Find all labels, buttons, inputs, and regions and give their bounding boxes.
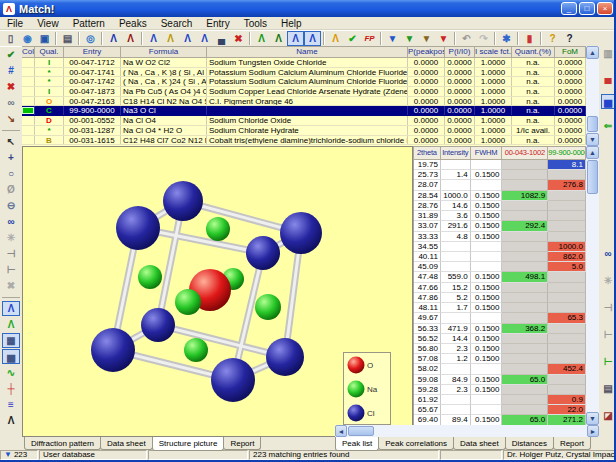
peak-row[interactable]: 33.07291.60.1500292.4 [414,221,586,231]
peak-cell[interactable]: 1.7 [441,303,471,313]
column-header-p-peakpos-[interactable]: P(peakpos.) [408,47,445,58]
menu-search[interactable]: Search [154,17,200,30]
smooth-icon[interactable]: ∿ [2,365,20,380]
peak-outline-icon[interactable]: Λ [179,31,196,46]
import-peaks-icon[interactable]: ↘ [2,111,20,126]
edit-peaks-icon[interactable]: # [2,63,20,78]
auto-peaks-icon[interactable]: Λ [270,31,287,46]
axes-icon[interactable]: ┼ [2,381,20,396]
peak-row[interactable]: 45.095.0 [414,262,586,272]
peak-row[interactable]: 34.551000.0 [414,242,586,252]
range-end-icon[interactable]: ⊢ [2,262,20,277]
peak-cell[interactable]: 1000.0 [548,242,586,252]
peak-cell[interactable] [548,303,586,313]
peak-row[interactable]: 61.920.9 [414,395,586,405]
peak-cell[interactable] [471,313,503,323]
peak-row[interactable]: 47.865.20.1500 [414,293,586,303]
peak-cell[interactable]: 5.0 [548,262,586,272]
accept-icon[interactable]: ✔ [344,31,361,46]
peak-cell[interactable]: 65.3 [548,313,586,323]
peak-cell[interactable]: 84.9 [441,375,471,385]
peaks-fit-icon[interactable]: Λ [2,317,20,332]
scroll-right-icon[interactable]: ► [587,425,599,437]
histogram-small-icon[interactable]: ▅ [2,349,20,364]
menu-tools[interactable]: Tools [237,17,274,30]
peak-list-scrollbar[interactable]: ▲ ▼ [586,146,599,425]
peak-row[interactable]: 59.0884.90.150065.0 [414,375,586,385]
peak-cell[interactable] [502,201,548,211]
peak-cell[interactable]: 1.2 [441,354,471,364]
peak-cell[interactable]: 0.1500 [471,415,503,425]
peak-cell[interactable]: 0.1500 [471,272,503,282]
peak-cell[interactable]: 28.76 [414,201,441,211]
peak-cell[interactable]: 65.0 [502,375,548,385]
data-grid-icon[interactable]: ▦ [2,333,20,348]
column-header-99-900-0000[interactable]: 99-900-0000 [548,147,586,160]
scroll-thumb[interactable] [348,426,374,436]
filter-remove-icon[interactable]: ▼ [418,31,435,46]
tab-data-sheet[interactable]: Data sheet [100,437,153,450]
peak-row[interactable]: 47.6615.20.1500 [414,283,586,293]
column-header-entry[interactable]: Entry [64,47,121,58]
peak-cell[interactable] [502,211,548,221]
peak-cell[interactable] [502,170,548,180]
peak-cell[interactable] [548,272,586,282]
peak-cell[interactable] [502,313,548,323]
peak-cell[interactable]: 2.3 [441,344,471,354]
menu-entry[interactable]: Entry [199,17,236,30]
peak-cell[interactable] [502,180,548,190]
peak-cell[interactable]: 89.4 [441,415,471,425]
star-icon[interactable]: ✳ [2,230,20,245]
table-row[interactable]: O00-047-2163C18 H14 Cl N2 Na O4 SC.I. Pi… [22,97,586,107]
peak-fit-icon[interactable]: Λ [2,301,20,316]
peak-cell[interactable]: 0.1500 [471,334,503,344]
peak-cell[interactable] [441,160,471,170]
peak-cell[interactable]: 0.1500 [471,385,503,395]
peak-cell[interactable]: 1.4 [441,170,471,180]
peak-row[interactable]: 69.4089.40.150065.0271.2 [414,415,586,425]
peak-cell[interactable]: 58.02 [414,364,441,374]
column-header-quant-[interactable]: Quant.(%) [512,47,555,58]
peak-cell[interactable]: 271.2 [548,415,586,425]
peak-cell[interactable]: 0.1500 [471,344,503,354]
peak-cell[interactable]: 22.0 [548,405,586,415]
peak-delete-icon[interactable]: Λ [162,31,179,46]
minimize-button[interactable]: _ [561,2,577,15]
column-header-color[interactable]: Color [22,47,35,58]
peak-cell[interactable]: 0.1500 [471,232,503,242]
peak-cell[interactable] [471,405,503,415]
peak-cell[interactable] [441,242,471,252]
peak-cell[interactable]: 5.2 [441,293,471,303]
peak-cell[interactable]: 19.75 [414,160,441,170]
peak-cell[interactable]: 47.66 [414,283,441,293]
peak-cell[interactable]: 0.1500 [471,303,503,313]
pattern-blue-icon[interactable]: Λ [105,31,122,46]
peak-row[interactable]: 25.731.40.1500 [414,170,586,180]
table-row[interactable]: C99-900-0000Na3 O Cl0.00000.00001.0000n.… [22,106,586,116]
peak-cell[interactable]: 0.1500 [471,324,503,334]
peak-cell[interactable]: 56.52 [414,334,441,344]
peak-cell[interactable] [502,303,548,313]
peak-cell[interactable]: 31.89 [414,211,441,221]
peak-cell[interactable] [502,283,548,293]
column-header-fom[interactable]: FoM [555,47,586,58]
peak-row[interactable]: 56.33471.90.1500368.2 [414,324,586,334]
scroll-down-icon[interactable]: ▼ [586,133,599,146]
delete-all-peaks-icon[interactable]: ✖ [230,31,247,46]
peak-cell[interactable] [548,293,586,303]
structure-picture[interactable]: ONaCl [22,146,413,437]
peak-cell[interactable] [502,364,548,374]
peak-cell[interactable]: 25.73 [414,170,441,180]
peak-cell[interactable]: 28.54 [414,191,441,201]
peak-row[interactable]: 58.02452.4 [414,364,586,374]
peak-cell[interactable] [502,232,548,242]
peak-cell[interactable]: 0.1500 [471,191,503,201]
peak-cell[interactable] [502,160,548,170]
column-header-fwhm[interactable]: FWHM [471,147,503,160]
peak-row[interactable]: 56.5214.40.1500 [414,334,586,344]
peak-cell[interactable]: 14.6 [441,201,471,211]
pointer-icon[interactable]: ↖ [2,134,20,149]
peak-cell[interactable] [471,180,503,190]
peak-cell[interactable] [441,405,471,415]
menu-help[interactable]: Help [274,17,309,30]
